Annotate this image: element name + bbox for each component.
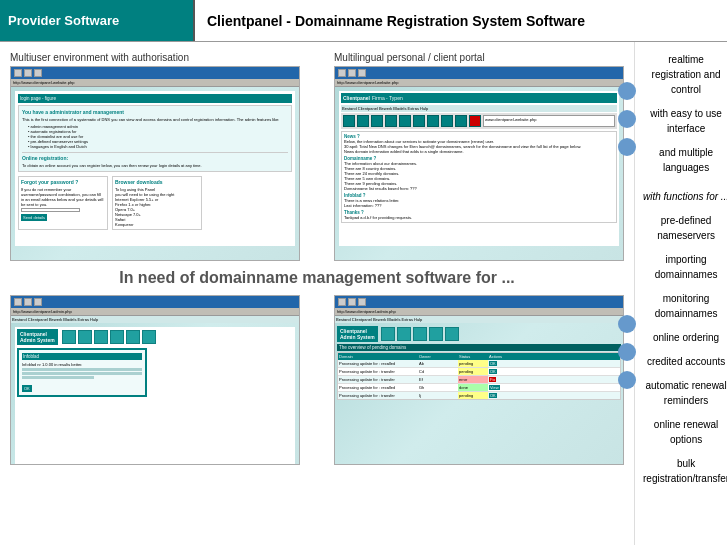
blue-circle-6 <box>618 371 636 389</box>
screenshot-bottom-right-box: http://www.clientpanel-admin.php Bestand… <box>334 295 624 465</box>
circles-bottom <box>618 315 636 389</box>
brand-logo: Provider Software <box>0 0 195 41</box>
sidebar-item-4: pre-defined nameservers <box>643 213 727 243</box>
ss-br-titlebar <box>335 296 623 308</box>
sidebar-item-3: with functions for ... <box>643 189 727 204</box>
screenshot-bottom-left: http://www.clientpanel-admin.php Bestand… <box>10 295 300 465</box>
circles-top <box>618 82 636 156</box>
ss-bl-content: ClientpanelAdmin System <box>15 327 295 465</box>
ss-content-tl: login page - figure You have a administr… <box>15 91 295 246</box>
blue-circle-4 <box>618 315 636 333</box>
ss-min-btn <box>24 69 32 77</box>
ss-close-btn <box>14 69 22 77</box>
screenshot-top-left: Multiuser environment with authorisation… <box>10 52 300 261</box>
ss-max-btn <box>34 69 42 77</box>
ss-tr-content: Clientpanel Firma - Typen Bestand Client… <box>339 91 619 246</box>
sidebar-item-6: monitoring domainnames <box>643 291 727 321</box>
sidebar-item-10: online renewal options <box>643 417 727 447</box>
ss-address-bar: http://www.clientpanel-website.php <box>11 79 299 87</box>
ss-titlebar <box>11 67 299 79</box>
middle-tagline: In need of domainname management softwar… <box>10 261 624 295</box>
sidebar-item-0: realtime registration and control <box>643 52 727 97</box>
screenshot-top-left-box: http://www.clientpanel-website.php login… <box>10 66 300 261</box>
sidebar-item-2: and multiple languages <box>643 145 727 175</box>
brand-text: Provider Software <box>8 13 119 28</box>
ss-tr-titlebar <box>335 67 623 79</box>
sidebar-item-7: online ordering <box>643 330 727 345</box>
sidebar: realtime registration and control with e… <box>634 42 727 545</box>
ss-tr-inner: http://www.clientpanel-website.php Clien… <box>335 67 623 260</box>
page-title: Clientpanel - Domainname Registration Sy… <box>195 13 585 29</box>
content-area: Multiuser environment with authorisation… <box>0 42 634 545</box>
screenshot-top-right-box: http://www.clientpanel-website.php Clien… <box>334 66 624 261</box>
screenshot-bottom-left-box: http://www.clientpanel-admin.php Bestand… <box>10 295 300 465</box>
screenshot-top-left-label: Multiuser environment with authorisation <box>10 52 300 63</box>
top-screenshots-row: Multiuser environment with authorisation… <box>10 52 624 261</box>
ss-tr-icons: www.clientpanel-website.php <box>341 113 617 129</box>
blue-circle-1 <box>618 82 636 100</box>
sidebar-item-5: importing domainnames <box>643 252 727 282</box>
sidebar-item-8: credited accounts <box>643 354 727 369</box>
bottom-screenshots-row: http://www.clientpanel-admin.php Bestand… <box>10 295 624 465</box>
blue-circle-3 <box>618 138 636 156</box>
screenshot-bottom-right: http://www.clientpanel-admin.php Bestand… <box>334 295 624 465</box>
ss-bl-titlebar <box>11 296 299 308</box>
header: Provider Software Clientpanel - Domainna… <box>0 0 727 42</box>
sidebar-item-1: with easy to use interface <box>643 106 727 136</box>
sidebar-item-9: automatic renewal reminders <box>643 378 727 408</box>
main-layout: Multiuser environment with authorisation… <box>0 42 727 545</box>
blue-circle-5 <box>618 343 636 361</box>
screenshot-top-right: Multilingual personal / client portal ht… <box>334 52 624 261</box>
screenshot-top-right-label: Multilingual personal / client portal <box>334 52 624 63</box>
sidebar-item-11: bulk registration/transfer <box>643 456 727 486</box>
blue-circle-2 <box>618 110 636 128</box>
